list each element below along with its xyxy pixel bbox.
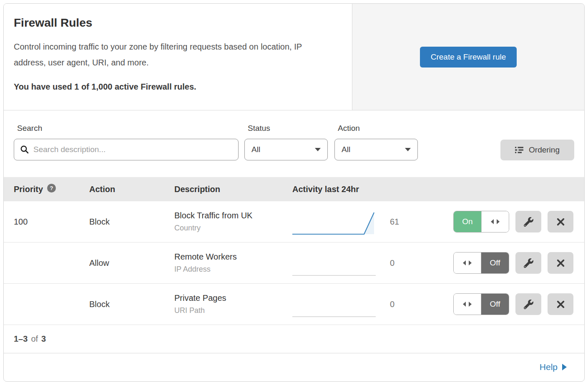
pagination-total: 3 (41, 334, 46, 344)
table-row: Block Private Pages URI Path 0 Off (4, 284, 584, 325)
action-filter-group: Action All (334, 124, 418, 160)
activity-sparkline (292, 210, 378, 236)
row-controls: On (453, 211, 573, 232)
wrench-icon (524, 217, 533, 227)
chevron-down-icon (405, 148, 411, 151)
column-header-description: Description (174, 185, 292, 194)
help-link[interactable]: Help (540, 362, 567, 372)
search-icon (20, 145, 29, 154)
pagination-bar: 1–3 of 3 (4, 325, 584, 353)
activity-count: 61 (390, 217, 417, 227)
toggle-handle-icon (481, 211, 509, 232)
sparkline-chart-icon (292, 210, 378, 236)
delete-rule-button[interactable] (548, 211, 573, 232)
row-controls: Off (453, 252, 573, 274)
description-cell: Remote Workers IP Address (174, 252, 292, 274)
header-action-panel: Create a Firewall rule (352, 4, 584, 110)
pagination-of: of (31, 334, 38, 344)
page-description: Control incoming traffic to your zone by… (14, 39, 335, 70)
rule-toggle[interactable]: Off (453, 293, 509, 315)
create-firewall-rule-button[interactable]: Create a Firewall rule (420, 47, 517, 68)
priority-header-label: Priority (14, 185, 43, 194)
pagination-range: 1–3 (14, 334, 28, 344)
wrench-icon (524, 300, 533, 309)
sparkline-flat-icon (292, 293, 378, 319)
arrow-right-icon (562, 364, 567, 370)
help-bar: Help (4, 353, 584, 381)
close-icon (556, 259, 565, 268)
rule-match-type: Country (174, 224, 292, 232)
toggle-state-label: On (454, 211, 481, 232)
status-label: Status (248, 124, 328, 133)
row-controls: Off (453, 293, 573, 315)
priority-cell: 100 (14, 217, 89, 227)
page-title: Firewall Rules (14, 16, 339, 30)
rule-description: Block Traffic from UK (174, 211, 292, 220)
chevron-down-icon (315, 148, 321, 151)
search-box (14, 139, 239, 160)
close-icon (556, 300, 565, 309)
edit-rule-button[interactable] (515, 211, 541, 232)
filter-bar: Search Status All Action All (4, 110, 584, 177)
table-header: Priority ? Action Description Activity l… (4, 177, 584, 201)
search-input[interactable] (33, 145, 232, 154)
description-cell: Block Traffic from UK Country (174, 211, 292, 232)
description-cell: Private Pages URI Path (174, 293, 292, 315)
rule-match-type: IP Address (174, 265, 292, 274)
rule-match-type: URI Path (174, 306, 292, 315)
rule-description: Remote Workers (174, 252, 292, 262)
delete-rule-button[interactable] (548, 252, 573, 274)
column-header-activity: Activity last 24hr (292, 185, 416, 194)
toggle-state-label: Off (481, 294, 509, 315)
wrench-icon (524, 258, 533, 268)
action-select-value: All (342, 145, 350, 154)
column-header-action: Action (89, 185, 174, 194)
table-row: Allow Remote Workers IP Address 0 Off (4, 242, 584, 284)
sparkline-flat-icon (292, 252, 378, 278)
status-select[interactable]: All (244, 139, 328, 160)
rule-toggle[interactable]: Off (453, 252, 509, 274)
toggle-handle-icon (454, 252, 481, 273)
action-cell: Block (89, 300, 174, 309)
firewall-rules-card: Firewall Rules Control incoming traffic … (3, 3, 585, 382)
priority-help-icon[interactable]: ? (47, 184, 56, 192)
ordering-button-label: Ordering (529, 145, 560, 155)
toggle-state-label: Off (481, 252, 509, 273)
delete-rule-button[interactable] (548, 293, 573, 315)
activity-sparkline (292, 292, 378, 319)
activity-sparkline (292, 251, 378, 278)
action-select[interactable]: All (334, 139, 418, 160)
action-cell: Allow (89, 258, 174, 268)
status-filter-group: Status All (244, 124, 328, 160)
edit-rule-button[interactable] (515, 252, 541, 274)
ordering-button[interactable]: Ordering (500, 140, 574, 160)
ordered-list-icon (515, 146, 524, 154)
rule-description: Private Pages (174, 293, 292, 303)
close-icon (556, 218, 565, 226)
rule-toggle[interactable]: On (453, 211, 509, 232)
header-text-panel: Firewall Rules Control incoming traffic … (4, 4, 352, 110)
column-header-priority: Priority ? (14, 185, 89, 194)
toggle-handle-icon (454, 294, 481, 315)
activity-count: 0 (390, 258, 417, 268)
action-label: Action (338, 124, 418, 133)
table-row: 100 Block Block Traffic from UK Country … (4, 201, 584, 242)
search-filter-group: Search (14, 124, 239, 160)
action-cell: Block (89, 217, 174, 227)
status-select-value: All (251, 145, 260, 154)
activity-count: 0 (390, 300, 417, 309)
edit-rule-button[interactable] (515, 293, 541, 315)
search-label: Search (17, 124, 239, 133)
help-link-label: Help (540, 362, 558, 372)
header-section: Firewall Rules Control incoming traffic … (4, 4, 584, 110)
usage-summary: You have used 1 of 1,000 active Firewall… (14, 82, 339, 92)
